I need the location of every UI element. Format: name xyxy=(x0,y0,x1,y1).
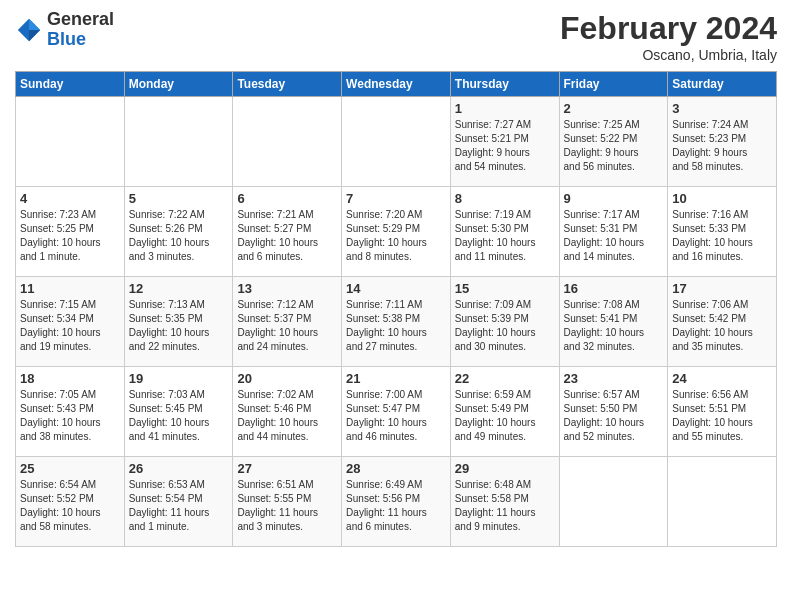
day-info: Sunrise: 6:57 AM Sunset: 5:50 PM Dayligh… xyxy=(564,388,664,444)
day-number: 17 xyxy=(672,281,772,296)
day-number: 23 xyxy=(564,371,664,386)
day-info: Sunrise: 6:48 AM Sunset: 5:58 PM Dayligh… xyxy=(455,478,555,534)
day-number: 1 xyxy=(455,101,555,116)
calendar-cell: 16Sunrise: 7:08 AM Sunset: 5:41 PM Dayli… xyxy=(559,277,668,367)
day-info: Sunrise: 6:54 AM Sunset: 5:52 PM Dayligh… xyxy=(20,478,120,534)
calendar-cell xyxy=(559,457,668,547)
title-area: February 2024 Oscano, Umbria, Italy xyxy=(560,10,777,63)
day-info: Sunrise: 7:21 AM Sunset: 5:27 PM Dayligh… xyxy=(237,208,337,264)
calendar-cell: 9Sunrise: 7:17 AM Sunset: 5:31 PM Daylig… xyxy=(559,187,668,277)
day-info: Sunrise: 7:17 AM Sunset: 5:31 PM Dayligh… xyxy=(564,208,664,264)
day-info: Sunrise: 6:49 AM Sunset: 5:56 PM Dayligh… xyxy=(346,478,446,534)
day-info: Sunrise: 7:11 AM Sunset: 5:38 PM Dayligh… xyxy=(346,298,446,354)
page-header: General Blue February 2024 Oscano, Umbri… xyxy=(15,10,777,63)
logo-general: General xyxy=(47,9,114,29)
week-row-3: 11Sunrise: 7:15 AM Sunset: 5:34 PM Dayli… xyxy=(16,277,777,367)
day-info: Sunrise: 7:16 AM Sunset: 5:33 PM Dayligh… xyxy=(672,208,772,264)
svg-marker-2 xyxy=(29,30,40,41)
day-header-tuesday: Tuesday xyxy=(233,72,342,97)
logo-text: General Blue xyxy=(47,10,114,50)
calendar-cell: 28Sunrise: 6:49 AM Sunset: 5:56 PM Dayli… xyxy=(342,457,451,547)
month-title: February 2024 xyxy=(560,10,777,47)
day-info: Sunrise: 7:09 AM Sunset: 5:39 PM Dayligh… xyxy=(455,298,555,354)
day-header-saturday: Saturday xyxy=(668,72,777,97)
day-number: 4 xyxy=(20,191,120,206)
logo-icon xyxy=(15,16,43,44)
day-header-friday: Friday xyxy=(559,72,668,97)
calendar-cell xyxy=(233,97,342,187)
header-row: SundayMondayTuesdayWednesdayThursdayFrid… xyxy=(16,72,777,97)
calendar-table: SundayMondayTuesdayWednesdayThursdayFrid… xyxy=(15,71,777,547)
calendar-cell: 23Sunrise: 6:57 AM Sunset: 5:50 PM Dayli… xyxy=(559,367,668,457)
day-number: 9 xyxy=(564,191,664,206)
day-info: Sunrise: 6:56 AM Sunset: 5:51 PM Dayligh… xyxy=(672,388,772,444)
day-info: Sunrise: 7:05 AM Sunset: 5:43 PM Dayligh… xyxy=(20,388,120,444)
calendar-cell: 5Sunrise: 7:22 AM Sunset: 5:26 PM Daylig… xyxy=(124,187,233,277)
calendar-cell: 6Sunrise: 7:21 AM Sunset: 5:27 PM Daylig… xyxy=(233,187,342,277)
day-info: Sunrise: 7:06 AM Sunset: 5:42 PM Dayligh… xyxy=(672,298,772,354)
day-number: 27 xyxy=(237,461,337,476)
day-number: 19 xyxy=(129,371,229,386)
day-info: Sunrise: 7:20 AM Sunset: 5:29 PM Dayligh… xyxy=(346,208,446,264)
day-number: 2 xyxy=(564,101,664,116)
calendar-cell xyxy=(668,457,777,547)
day-number: 21 xyxy=(346,371,446,386)
week-row-4: 18Sunrise: 7:05 AM Sunset: 5:43 PM Dayli… xyxy=(16,367,777,457)
calendar-cell: 3Sunrise: 7:24 AM Sunset: 5:23 PM Daylig… xyxy=(668,97,777,187)
calendar-cell: 13Sunrise: 7:12 AM Sunset: 5:37 PM Dayli… xyxy=(233,277,342,367)
calendar-cell xyxy=(16,97,125,187)
day-info: Sunrise: 7:12 AM Sunset: 5:37 PM Dayligh… xyxy=(237,298,337,354)
day-number: 16 xyxy=(564,281,664,296)
day-number: 12 xyxy=(129,281,229,296)
day-header-monday: Monday xyxy=(124,72,233,97)
day-number: 6 xyxy=(237,191,337,206)
calendar-cell: 25Sunrise: 6:54 AM Sunset: 5:52 PM Dayli… xyxy=(16,457,125,547)
calendar-cell: 22Sunrise: 6:59 AM Sunset: 5:49 PM Dayli… xyxy=(450,367,559,457)
calendar-cell: 7Sunrise: 7:20 AM Sunset: 5:29 PM Daylig… xyxy=(342,187,451,277)
calendar-cell: 11Sunrise: 7:15 AM Sunset: 5:34 PM Dayli… xyxy=(16,277,125,367)
day-number: 24 xyxy=(672,371,772,386)
logo: General Blue xyxy=(15,10,114,50)
day-info: Sunrise: 7:24 AM Sunset: 5:23 PM Dayligh… xyxy=(672,118,772,174)
day-number: 11 xyxy=(20,281,120,296)
day-info: Sunrise: 7:03 AM Sunset: 5:45 PM Dayligh… xyxy=(129,388,229,444)
day-number: 28 xyxy=(346,461,446,476)
calendar-cell xyxy=(124,97,233,187)
day-number: 3 xyxy=(672,101,772,116)
calendar-cell: 27Sunrise: 6:51 AM Sunset: 5:55 PM Dayli… xyxy=(233,457,342,547)
calendar-cell: 1Sunrise: 7:27 AM Sunset: 5:21 PM Daylig… xyxy=(450,97,559,187)
day-number: 7 xyxy=(346,191,446,206)
day-info: Sunrise: 7:00 AM Sunset: 5:47 PM Dayligh… xyxy=(346,388,446,444)
calendar-cell: 21Sunrise: 7:00 AM Sunset: 5:47 PM Dayli… xyxy=(342,367,451,457)
day-number: 20 xyxy=(237,371,337,386)
calendar-cell: 17Sunrise: 7:06 AM Sunset: 5:42 PM Dayli… xyxy=(668,277,777,367)
day-number: 10 xyxy=(672,191,772,206)
calendar-cell: 14Sunrise: 7:11 AM Sunset: 5:38 PM Dayli… xyxy=(342,277,451,367)
calendar-cell: 26Sunrise: 6:53 AM Sunset: 5:54 PM Dayli… xyxy=(124,457,233,547)
calendar-cell: 20Sunrise: 7:02 AM Sunset: 5:46 PM Dayli… xyxy=(233,367,342,457)
calendar-cell: 15Sunrise: 7:09 AM Sunset: 5:39 PM Dayli… xyxy=(450,277,559,367)
day-number: 29 xyxy=(455,461,555,476)
day-info: Sunrise: 6:51 AM Sunset: 5:55 PM Dayligh… xyxy=(237,478,337,534)
day-info: Sunrise: 7:02 AM Sunset: 5:46 PM Dayligh… xyxy=(237,388,337,444)
day-header-sunday: Sunday xyxy=(16,72,125,97)
day-number: 14 xyxy=(346,281,446,296)
calendar-cell: 10Sunrise: 7:16 AM Sunset: 5:33 PM Dayli… xyxy=(668,187,777,277)
day-number: 22 xyxy=(455,371,555,386)
calendar-cell: 24Sunrise: 6:56 AM Sunset: 5:51 PM Dayli… xyxy=(668,367,777,457)
day-number: 8 xyxy=(455,191,555,206)
day-number: 18 xyxy=(20,371,120,386)
calendar-cell xyxy=(342,97,451,187)
calendar-cell: 18Sunrise: 7:05 AM Sunset: 5:43 PM Dayli… xyxy=(16,367,125,457)
day-info: Sunrise: 7:23 AM Sunset: 5:25 PM Dayligh… xyxy=(20,208,120,264)
calendar-cell: 2Sunrise: 7:25 AM Sunset: 5:22 PM Daylig… xyxy=(559,97,668,187)
day-info: Sunrise: 7:22 AM Sunset: 5:26 PM Dayligh… xyxy=(129,208,229,264)
logo-blue: Blue xyxy=(47,29,86,49)
day-number: 15 xyxy=(455,281,555,296)
day-number: 5 xyxy=(129,191,229,206)
day-info: Sunrise: 6:53 AM Sunset: 5:54 PM Dayligh… xyxy=(129,478,229,534)
day-info: Sunrise: 7:25 AM Sunset: 5:22 PM Dayligh… xyxy=(564,118,664,174)
day-info: Sunrise: 7:08 AM Sunset: 5:41 PM Dayligh… xyxy=(564,298,664,354)
calendar-cell: 29Sunrise: 6:48 AM Sunset: 5:58 PM Dayli… xyxy=(450,457,559,547)
day-info: Sunrise: 7:19 AM Sunset: 5:30 PM Dayligh… xyxy=(455,208,555,264)
